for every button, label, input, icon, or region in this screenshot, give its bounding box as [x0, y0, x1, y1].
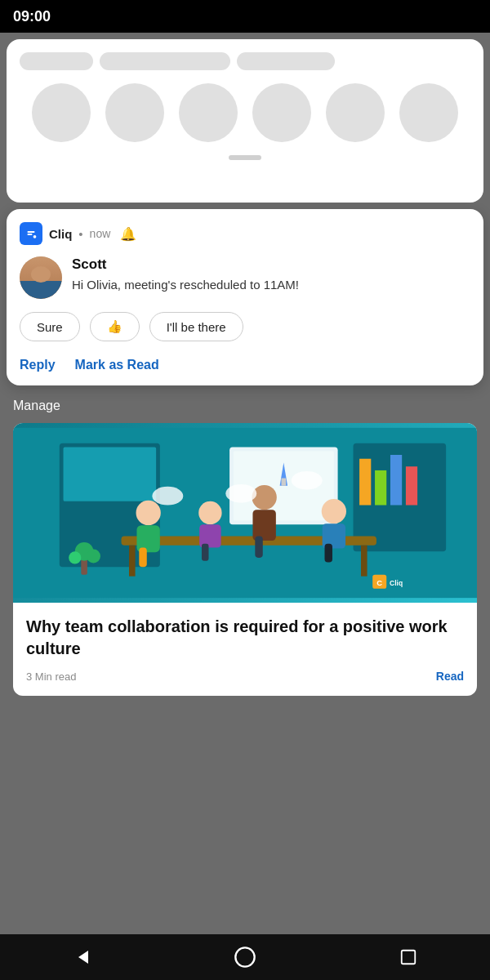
bell-icon: 🔔 [120, 226, 136, 242]
article-meta: 3 Min read Read [26, 670, 464, 683]
article-read-button[interactable]: Read [436, 670, 464, 683]
svg-rect-12 [359, 459, 371, 506]
article-image: C Cliq [13, 423, 477, 603]
svg-rect-18 [361, 546, 368, 577]
back-arrow-icon [72, 947, 91, 967]
svg-marker-41 [78, 951, 88, 964]
widget-circles-row [20, 83, 470, 142]
svg-point-32 [225, 484, 256, 503]
cliq-app-icon [20, 222, 42, 245]
svg-rect-6 [64, 448, 157, 501]
status-bar: 09:00 [0, 0, 490, 33]
thumbsup-emoji: 👍 [107, 319, 122, 334]
nav-bar [0, 934, 490, 980]
svg-text:C: C [376, 578, 382, 587]
quick-reply-thumbsup[interactable]: 👍 [90, 312, 140, 341]
avatar-face [20, 256, 62, 299]
article-content: Why team collaboration is required for a… [13, 603, 477, 696]
background-content: Manage [0, 392, 490, 709]
svg-point-25 [252, 485, 277, 510]
scroll-dot [229, 155, 261, 160]
svg-point-42 [235, 947, 254, 966]
svg-point-28 [322, 499, 346, 523]
home-circle-icon [234, 946, 256, 969]
svg-rect-23 [199, 524, 221, 547]
skeleton-circle-4 [252, 83, 311, 142]
svg-rect-14 [390, 455, 402, 506]
skeleton-pill-1 [20, 52, 93, 70]
skeleton-circle-6 [399, 83, 458, 142]
svg-rect-15 [406, 466, 417, 505]
svg-rect-13 [375, 470, 386, 506]
sender-avatar [20, 256, 62, 299]
svg-point-36 [69, 551, 81, 564]
svg-point-37 [87, 549, 100, 563]
svg-rect-1 [28, 231, 35, 233]
skeleton-circle-1 [32, 83, 91, 142]
quick-replies-row: Sure 👍 I'll be there [20, 312, 470, 341]
svg-point-31 [152, 487, 183, 506]
svg-point-22 [198, 501, 221, 524]
quick-reply-sure[interactable]: Sure [20, 312, 80, 341]
nav-back-button[interactable] [62, 938, 101, 977]
widget-scroll-indicator [20, 155, 470, 160]
notification-text-block: Scott Hi Olivia, meeting's rescheduled t… [72, 256, 470, 299]
notification-dot: • [78, 227, 82, 241]
recent-square-icon [399, 948, 417, 966]
article-title: Why team collaboration is required for a… [26, 616, 464, 660]
skeleton-pill-2 [100, 52, 230, 70]
svg-rect-20 [136, 525, 159, 552]
skeleton-circle-5 [326, 83, 385, 142]
notification-message-row: Scott Hi Olivia, meeting's rescheduled t… [20, 256, 470, 299]
manage-label: Manage [13, 399, 477, 413]
article-illustration: C Cliq [13, 423, 477, 603]
notification-actions: Reply Mark as Read [20, 354, 470, 372]
nav-home-button[interactable] [225, 938, 265, 977]
svg-rect-2 [28, 234, 33, 235]
top-widget-card [7, 39, 483, 203]
notification-header: Cliq • now 🔔 [20, 222, 470, 245]
svg-rect-43 [402, 951, 416, 964]
svg-point-19 [136, 501, 161, 525]
svg-rect-24 [202, 544, 209, 561]
widget-top-row [20, 52, 470, 70]
svg-rect-26 [252, 510, 275, 541]
article-card[interactable]: C Cliq Why team collaboration is require… [13, 423, 477, 696]
svg-rect-30 [325, 544, 332, 563]
skeleton-circle-2 [105, 83, 164, 142]
article-read-time: 3 Min read [26, 670, 76, 683]
notification-message: Hi Olivia, meeting's rescheduled to 11AM… [72, 276, 470, 293]
notification-card: Cliq • now 🔔 Scott Hi Olivia, meeting's … [7, 209, 483, 385]
skeleton-circle-3 [179, 83, 238, 142]
svg-rect-17 [129, 546, 136, 577]
reply-button[interactable]: Reply [20, 358, 56, 372]
quick-reply-be-there[interactable]: I'll be there [149, 312, 243, 341]
sender-name: Scott [72, 256, 470, 273]
svg-text:Cliq: Cliq [390, 579, 403, 587]
skeleton-pill-3 [237, 52, 335, 70]
svg-rect-10 [281, 478, 286, 485]
nav-recent-button[interactable] [389, 938, 428, 977]
mark-as-read-button[interactable]: Mark as Read [75, 358, 159, 372]
svg-point-33 [292, 471, 323, 490]
notification-app-name: Cliq [49, 227, 72, 241]
svg-rect-27 [255, 536, 262, 558]
svg-point-3 [33, 235, 37, 238]
svg-rect-21 [139, 548, 146, 568]
notification-time: now [90, 227, 111, 240]
cliq-logo-svg [24, 226, 38, 241]
status-time: 09:00 [13, 8, 51, 25]
